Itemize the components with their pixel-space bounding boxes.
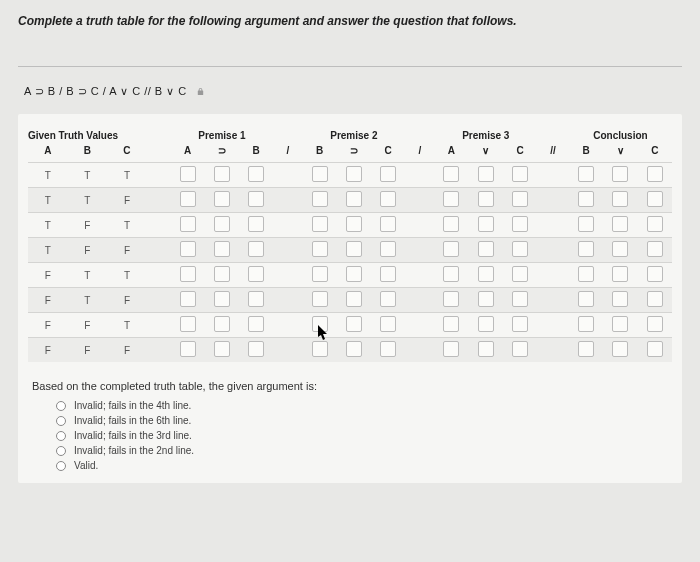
- truth-input[interactable]: [512, 266, 528, 282]
- truth-input[interactable]: [346, 266, 362, 282]
- truth-input[interactable]: [214, 241, 230, 257]
- truth-input[interactable]: [248, 191, 264, 207]
- truth-input[interactable]: [312, 341, 328, 357]
- truth-input[interactable]: [512, 241, 528, 257]
- truth-input[interactable]: [380, 241, 396, 257]
- truth-input[interactable]: [443, 266, 459, 282]
- truth-input[interactable]: [346, 316, 362, 332]
- truth-input[interactable]: [180, 241, 196, 257]
- truth-input[interactable]: [578, 266, 594, 282]
- truth-input[interactable]: [312, 191, 328, 207]
- truth-input[interactable]: [478, 341, 494, 357]
- truth-input[interactable]: [180, 191, 196, 207]
- radio-icon[interactable]: [56, 461, 66, 471]
- truth-input[interactable]: [346, 291, 362, 307]
- truth-input[interactable]: [478, 266, 494, 282]
- truth-input[interactable]: [478, 291, 494, 307]
- radio-icon[interactable]: [56, 416, 66, 426]
- truth-input[interactable]: [214, 266, 230, 282]
- truth-input[interactable]: [612, 241, 628, 257]
- truth-input[interactable]: [443, 241, 459, 257]
- truth-input[interactable]: [478, 166, 494, 182]
- truth-input[interactable]: [647, 316, 663, 332]
- truth-input[interactable]: [443, 291, 459, 307]
- truth-input[interactable]: [647, 166, 663, 182]
- truth-input[interactable]: [512, 216, 528, 232]
- truth-input[interactable]: [443, 191, 459, 207]
- truth-input[interactable]: [214, 191, 230, 207]
- truth-input[interactable]: [180, 166, 196, 182]
- truth-input[interactable]: [512, 341, 528, 357]
- truth-input[interactable]: [180, 291, 196, 307]
- truth-input[interactable]: [346, 341, 362, 357]
- truth-input[interactable]: [214, 291, 230, 307]
- answer-option[interactable]: Valid.: [56, 460, 672, 471]
- truth-input[interactable]: [512, 166, 528, 182]
- answer-option[interactable]: Invalid; fails in the 6th line.: [56, 415, 672, 426]
- truth-input[interactable]: [312, 166, 328, 182]
- truth-input[interactable]: [214, 166, 230, 182]
- truth-input[interactable]: [346, 166, 362, 182]
- truth-input[interactable]: [647, 291, 663, 307]
- truth-input[interactable]: [443, 166, 459, 182]
- truth-input[interactable]: [647, 266, 663, 282]
- truth-input[interactable]: [312, 241, 328, 257]
- truth-input[interactable]: [578, 216, 594, 232]
- truth-input[interactable]: [346, 241, 362, 257]
- truth-input[interactable]: [248, 216, 264, 232]
- truth-input[interactable]: [380, 216, 396, 232]
- truth-input[interactable]: [612, 341, 628, 357]
- truth-input[interactable]: [612, 166, 628, 182]
- answer-option[interactable]: Invalid; fails in the 4th line.: [56, 400, 672, 411]
- truth-input[interactable]: [380, 316, 396, 332]
- truth-input[interactable]: [512, 191, 528, 207]
- truth-input[interactable]: [214, 316, 230, 332]
- truth-input[interactable]: [248, 266, 264, 282]
- truth-input[interactable]: [346, 216, 362, 232]
- truth-input[interactable]: [214, 341, 230, 357]
- truth-input[interactable]: [612, 316, 628, 332]
- truth-input[interactable]: [312, 291, 328, 307]
- truth-input[interactable]: [612, 216, 628, 232]
- truth-input[interactable]: [512, 291, 528, 307]
- truth-input[interactable]: [578, 241, 594, 257]
- truth-input[interactable]: [248, 316, 264, 332]
- truth-input[interactable]: [578, 191, 594, 207]
- truth-input[interactable]: [478, 241, 494, 257]
- truth-input[interactable]: [612, 266, 628, 282]
- truth-input[interactable]: [578, 166, 594, 182]
- answer-option[interactable]: Invalid; fails in the 2nd line.: [56, 445, 672, 456]
- truth-input[interactable]: [478, 216, 494, 232]
- truth-input[interactable]: [512, 316, 528, 332]
- truth-input[interactable]: [578, 291, 594, 307]
- truth-input[interactable]: [443, 341, 459, 357]
- truth-input[interactable]: [180, 266, 196, 282]
- radio-icon[interactable]: [56, 401, 66, 411]
- truth-input[interactable]: [647, 341, 663, 357]
- truth-input[interactable]: [380, 266, 396, 282]
- truth-input[interactable]: [380, 291, 396, 307]
- radio-icon[interactable]: [56, 431, 66, 441]
- truth-input[interactable]: [578, 316, 594, 332]
- truth-input[interactable]: [647, 216, 663, 232]
- truth-input[interactable]: [312, 266, 328, 282]
- truth-input[interactable]: [248, 241, 264, 257]
- truth-input[interactable]: [248, 291, 264, 307]
- truth-input[interactable]: [180, 316, 196, 332]
- answer-option[interactable]: Invalid; fails in the 3rd line.: [56, 430, 672, 441]
- truth-input[interactable]: [380, 191, 396, 207]
- truth-input[interactable]: [647, 241, 663, 257]
- truth-input[interactable]: [612, 191, 628, 207]
- truth-input[interactable]: [612, 291, 628, 307]
- truth-input[interactable]: [248, 341, 264, 357]
- truth-input[interactable]: [478, 316, 494, 332]
- truth-input[interactable]: [443, 216, 459, 232]
- truth-input[interactable]: [214, 216, 230, 232]
- truth-input[interactable]: [380, 166, 396, 182]
- radio-icon[interactable]: [56, 446, 66, 456]
- truth-input[interactable]: [312, 216, 328, 232]
- truth-input[interactable]: [180, 341, 196, 357]
- truth-input[interactable]: [346, 191, 362, 207]
- truth-input[interactable]: [380, 341, 396, 357]
- truth-input[interactable]: [248, 166, 264, 182]
